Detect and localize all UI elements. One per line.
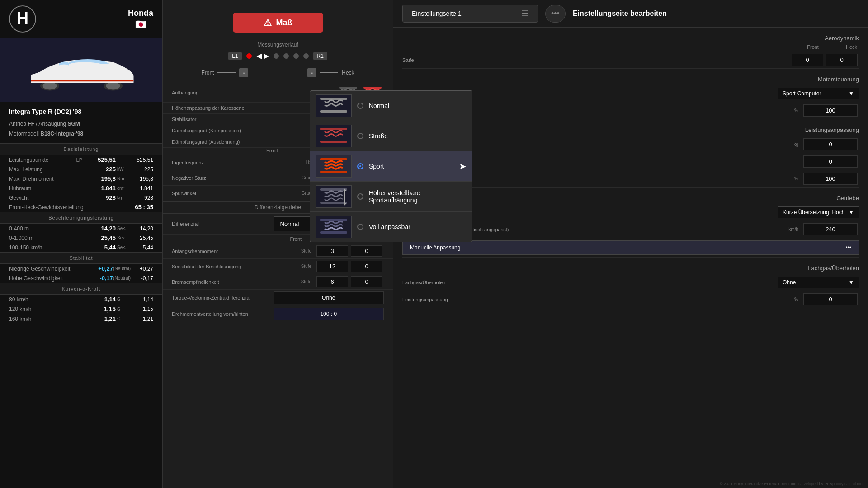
svg-rect-17 [320, 188, 347, 191]
option-text-sport: Sport [369, 163, 384, 170]
car-detail: Antrieb FF / Ansaugung SGM [9, 119, 153, 129]
left-panel: H Honda 🇯🇵 Integra Type R (DC2) '98 [0, 0, 163, 488]
drehmomentverteilung-value[interactable]: 100 : 0 [274, 308, 384, 320]
bremsempfindlichkeit-front[interactable]: 6 [316, 276, 348, 287]
eigenfrequenz-label: Eigenfrequenz [172, 160, 300, 165]
heck-label: Heck [342, 70, 354, 76]
car-image-area [0, 38, 162, 102]
suspension-option-sport[interactable]: Sport ➤ [310, 151, 472, 182]
lachgas-row: Lachgas/Überholen Ohne ▼ [402, 274, 859, 291]
kurven-80: 80 km/h 1,14 G 1,14 [0, 295, 162, 304]
mass-button[interactable]: ⚠ Maß [233, 13, 323, 33]
hoechstgeschwindigkeit-unit: km/h [785, 227, 798, 232]
kraftbegrenzer-val[interactable]: 100 [803, 173, 858, 185]
car-engine: Motormodell B18C-Integra-'98 [9, 129, 153, 139]
motorsteuerung-dropdown[interactable]: Sport-Computer ▼ [778, 88, 859, 99]
aero-heck-val[interactable]: 0 [826, 54, 858, 66]
option-radio-strasse [357, 133, 363, 139]
svg-rect-15 [320, 158, 347, 160]
torque-row: Torque-Vectoring-Zentraldifferenzial Ohn… [163, 290, 393, 306]
sensibilitaet-heck[interactable]: 0 [351, 261, 382, 272]
suspension-dropdown-overlay: Normal Straße Sport ➤ [310, 90, 472, 242]
option-radio-voll-anpassbar [357, 224, 363, 230]
lp-row: Leistungspunkte LP 525,51 525,51 [0, 155, 162, 164]
stufe-label: Stufe [402, 57, 790, 63]
middle-panel: ⚠ Maß Messungsverlauf L1 ◀ ▶ R1 Front ▪ … [163, 0, 393, 488]
suspension-option-voll-anpassbar[interactable]: Voll anpassbar [310, 212, 472, 242]
leistungsanpassung-motor-val[interactable]: 100 [803, 104, 858, 117]
suspension-option-strasse[interactable]: Straße [310, 121, 472, 151]
svg-rect-14 [320, 141, 347, 143]
r1-button[interactable]: R1 [313, 52, 327, 60]
getriebe-dropdown[interactable]: Kurze Übersetzung: Hoch ▼ [778, 206, 859, 218]
ballastpos-val[interactable]: 0 [803, 155, 858, 168]
option-img-sport [316, 155, 352, 178]
stabilitaet-header: Stabilität [0, 252, 162, 264]
front-heck-diagram: Front ▪ ▪ Heck [163, 65, 393, 81]
car-model: Integra Type R (DC2) '98 [9, 106, 153, 117]
hohe-speed-row: Hohe Geschwindigkeit -0,17 (Neutral) -0,… [0, 273, 162, 283]
car-silhouette [18, 45, 145, 95]
ballast-val[interactable]: 0 [803, 138, 858, 150]
menu-icon: ☰ [521, 9, 528, 19]
kurven-160: 160 km/h 1,21 G 1,21 [0, 314, 162, 324]
beschleunigung-header: Beschleunigungsleistung [0, 212, 162, 224]
leistungsanpassung-motor-unit: % [785, 108, 798, 113]
option-img-hoehenverstellbar [316, 185, 352, 208]
kurven-120: 120 km/h 1,15 G 1,15 [0, 304, 162, 314]
kraftbegrenzer-unit: % [785, 176, 798, 181]
lachgas-section: Lachgas/Überholen Lachgas/Überholen Ohne… [402, 265, 859, 308]
next-arrow[interactable]: ▶ [264, 52, 269, 60]
drehmomentverteilung-label: Drehmomentverteilung vorn/hinten [172, 311, 269, 317]
svg-rect-23 [320, 231, 347, 234]
lachgas-title: Lachgas/Überholen [402, 265, 859, 272]
honda-header: H Honda 🇯🇵 [0, 0, 162, 38]
gewicht-row: Gewicht 928 kg 928 [0, 193, 162, 202]
motorsteuerung-title: Motorsteuerung [402, 76, 859, 83]
negativer-sturz-label: Negativer Sturz [172, 175, 300, 181]
hubraum-row: Hubraum 1.841 cm³ 1.841 [0, 183, 162, 193]
anfangsdrehmoment-unit: Stufe [300, 249, 311, 253]
l1-button[interactable]: L1 [228, 52, 241, 60]
option-text-normal: Normal [369, 102, 389, 109]
sensibilitaet-unit: Stufe [300, 264, 311, 269]
option-img-normal [316, 94, 352, 117]
suspension-option-hoehenverstellbar[interactable]: Höhenverstellbare Sportaufhängung [310, 182, 472, 212]
lachgas-leistung-val[interactable]: 0 [803, 293, 858, 305]
more-button[interactable]: ••• [545, 5, 566, 23]
svg-text:H: H [17, 9, 28, 28]
lachgas-leistung-unit: % [785, 297, 798, 302]
prev-arrow[interactable]: ◀ [256, 52, 262, 60]
warning-icon: ⚠ [264, 17, 272, 28]
bremsempfindlichkeit-heck[interactable]: 0 [351, 276, 382, 287]
aerodynamik-section: Aerodynamik Front Heck Stufe 0 0 [402, 35, 859, 69]
hoechstgeschwindigkeit-val[interactable]: 240 [803, 223, 858, 235]
sensibilitaet-front[interactable]: 12 [316, 261, 348, 272]
svg-rect-13 [320, 128, 347, 130]
max-leistung-row: Max. Leistung 225 kW 225 [0, 164, 162, 174]
svg-rect-22 [320, 219, 347, 221]
torque-value[interactable]: Ohne [274, 291, 384, 304]
lachgas-dropdown[interactable]: Ohne ▼ [778, 277, 859, 288]
option-img-voll-anpassbar [316, 216, 352, 238]
svg-marker-21 [344, 203, 346, 206]
manuelle-anpassung-button[interactable]: Manuelle Anpassung ••• [402, 240, 859, 255]
mass-label: Maß [276, 18, 292, 28]
top-bar: Einstellungseite 1 ☰ ••• Einstellungseit… [393, 0, 868, 28]
suspension-option-normal[interactable]: Normal [310, 91, 472, 121]
page-selector[interactable]: Einstellungseite 1 ☰ [402, 5, 538, 23]
svg-rect-6 [31, 80, 134, 81]
kurven-header: Kurven-g-Kraft [0, 283, 162, 295]
anfangsdrehmoment-front[interactable]: 3 [316, 245, 348, 257]
drehmomentverteilung-row: Drehmomentverteilung vorn/hinten 100 : 0 [163, 306, 393, 322]
ballast-unit: kg [785, 142, 798, 147]
messungsverlauf-label: Messungsverlauf [163, 42, 393, 48]
anfangsdrehmoment-heck[interactable]: 0 [351, 245, 382, 257]
svg-point-5 [106, 82, 120, 90]
option-text-strasse: Straße [369, 132, 388, 140]
brand-name: Honda [128, 9, 153, 18]
aero-front-val[interactable]: 0 [792, 54, 823, 66]
front-label: Front [201, 70, 214, 76]
verlauf-dot-3 [283, 53, 289, 59]
verlauf-dot-5 [303, 53, 309, 59]
